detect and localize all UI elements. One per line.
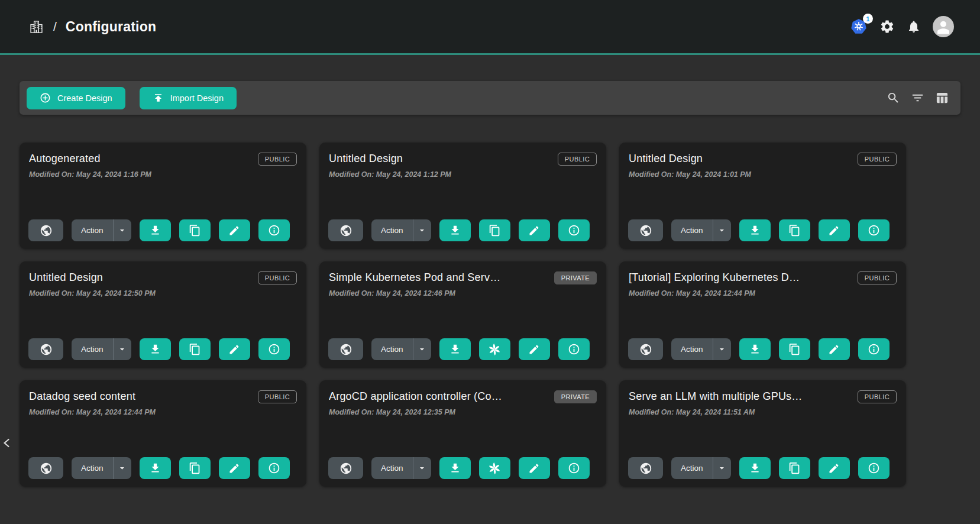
download-button[interactable]	[739, 457, 771, 479]
design-card[interactable]: Serve an LLM with multiple GPUs… PUBLIC …	[619, 380, 906, 487]
action-button[interactable]: Action	[671, 219, 713, 241]
action-dropdown-toggle[interactable]	[113, 457, 131, 479]
action-label: Action	[681, 345, 703, 354]
download-button[interactable]	[739, 338, 771, 360]
action-button[interactable]: Action	[371, 457, 413, 479]
import-design-label: Import Design	[170, 93, 224, 103]
action-button[interactable]: Action	[72, 338, 113, 360]
download-button[interactable]	[140, 219, 171, 241]
info-button[interactable]	[258, 338, 290, 360]
copy-button[interactable]	[779, 457, 810, 479]
action-dropdown-toggle[interactable]	[113, 219, 131, 241]
action-dropdown-toggle[interactable]	[713, 338, 731, 360]
action-button[interactable]: Action	[671, 457, 713, 479]
upload-icon	[153, 92, 164, 103]
download-button[interactable]	[140, 338, 171, 360]
copy-button[interactable]	[779, 219, 810, 241]
modified-on-text: Modified On: May 24, 2024 1:12 PM	[329, 170, 597, 179]
action-split-button: Action	[671, 457, 731, 479]
action-dropdown-toggle[interactable]	[713, 457, 731, 479]
globe-icon	[639, 343, 652, 356]
globe-icon	[339, 462, 352, 475]
search-button[interactable]	[883, 88, 904, 108]
open-in-kanvas-button[interactable]	[479, 457, 510, 479]
action-button[interactable]: Action	[72, 219, 113, 241]
action-dropdown-toggle[interactable]	[413, 219, 431, 241]
action-split-button: Action	[72, 219, 131, 241]
edit-button[interactable]	[219, 338, 250, 360]
action-button[interactable]: Action	[671, 338, 713, 360]
settings-button[interactable]	[879, 19, 895, 34]
design-card[interactable]: Simple Kubernetes Pod and Serv… PRIVATE …	[319, 261, 606, 368]
publish-button[interactable]	[28, 457, 63, 479]
info-button[interactable]	[558, 338, 590, 360]
publish-button[interactable]	[628, 219, 663, 241]
design-card[interactable]: Untitled Design PUBLIC Modified On: May …	[20, 261, 306, 368]
edit-button[interactable]	[519, 219, 550, 241]
publish-button[interactable]	[28, 219, 63, 241]
design-card[interactable]: Untitled Design PUBLIC Modified On: May …	[619, 143, 906, 249]
design-card[interactable]: Autogenerated PUBLIC Modified On: May 24…	[20, 143, 306, 249]
globe-icon	[339, 343, 352, 356]
info-button[interactable]	[558, 457, 590, 479]
action-button[interactable]: Action	[371, 219, 413, 241]
download-button[interactable]	[439, 457, 471, 479]
download-button[interactable]	[140, 457, 171, 479]
info-button[interactable]	[558, 219, 590, 241]
design-title: ArgoCD application controller (Co…	[329, 390, 502, 403]
info-button[interactable]	[258, 219, 290, 241]
visibility-badge: PUBLIC	[558, 153, 597, 166]
globe-icon	[639, 462, 652, 475]
create-design-button[interactable]: Create Design	[27, 87, 125, 109]
table-view-button[interactable]	[932, 88, 952, 108]
action-button[interactable]: Action	[72, 457, 113, 479]
action-label: Action	[681, 226, 703, 235]
avatar	[933, 16, 954, 37]
info-button[interactable]	[858, 457, 890, 479]
kubernetes-context-button[interactable]: 1	[850, 18, 868, 35]
action-dropdown-toggle[interactable]	[413, 457, 431, 479]
download-button[interactable]	[439, 219, 471, 241]
copy-button[interactable]	[779, 338, 810, 360]
copy-button[interactable]	[179, 338, 211, 360]
download-button[interactable]	[739, 219, 771, 241]
publish-button[interactable]	[28, 338, 63, 360]
copy-button[interactable]	[179, 219, 211, 241]
action-dropdown-toggle[interactable]	[113, 338, 131, 360]
edit-button[interactable]	[219, 457, 250, 479]
download-icon	[149, 224, 161, 237]
edit-button[interactable]	[219, 219, 250, 241]
sidebar-collapse-chevron[interactable]	[0, 434, 15, 452]
action-dropdown-toggle[interactable]	[413, 338, 431, 360]
import-design-button[interactable]: Import Design	[140, 87, 237, 109]
design-card[interactable]: [Tutorial] Exploring Kubernetes D… PUBLI…	[619, 261, 906, 368]
edit-button[interactable]	[519, 338, 550, 360]
edit-button[interactable]	[819, 457, 850, 479]
download-icon	[149, 343, 161, 355]
notifications-button[interactable]	[907, 20, 921, 34]
design-card[interactable]: Untitled Design PUBLIC Modified On: May …	[319, 143, 606, 249]
edit-button[interactable]	[519, 457, 550, 479]
copy-button[interactable]	[179, 457, 211, 479]
open-in-kanvas-button[interactable]	[479, 338, 510, 360]
publish-button[interactable]	[328, 457, 363, 479]
action-dropdown-toggle[interactable]	[713, 219, 731, 241]
chevron-down-icon	[417, 463, 427, 473]
publish-button[interactable]	[628, 457, 663, 479]
download-button[interactable]	[439, 338, 471, 360]
edit-button[interactable]	[819, 219, 850, 241]
publish-button[interactable]	[328, 219, 363, 241]
info-button[interactable]	[858, 338, 890, 360]
copy-button[interactable]	[479, 219, 510, 241]
publish-button[interactable]	[328, 338, 363, 360]
filter-button[interactable]	[907, 88, 928, 108]
info-button[interactable]	[858, 219, 890, 241]
design-card[interactable]: Datadog seed content PUBLIC Modified On:…	[20, 380, 306, 487]
design-card[interactable]: ArgoCD application controller (Co… PRIVA…	[319, 380, 606, 487]
info-button[interactable]	[258, 457, 290, 479]
publish-button[interactable]	[628, 338, 663, 360]
action-button[interactable]: Action	[371, 338, 413, 360]
plus-circle-icon	[40, 92, 51, 103]
edit-button[interactable]	[819, 338, 850, 360]
user-avatar-button[interactable]	[933, 16, 954, 37]
